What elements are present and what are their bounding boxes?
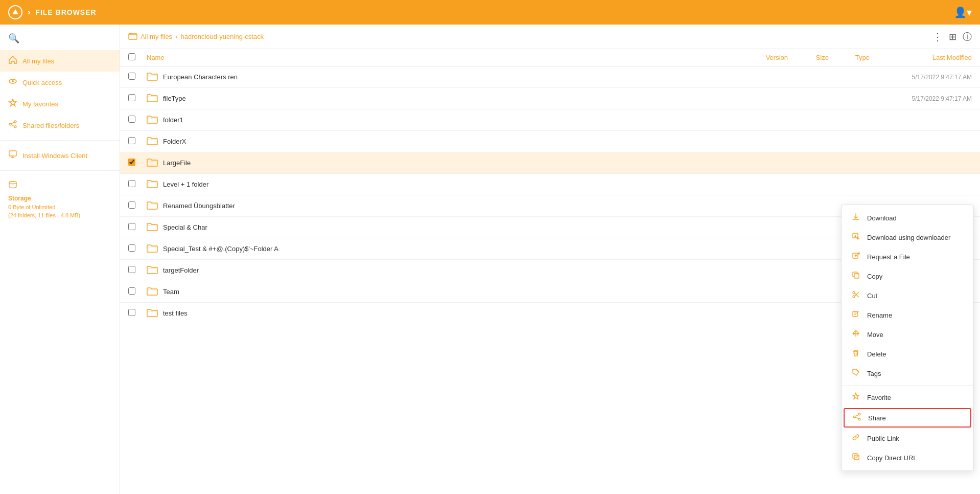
info-button[interactable]: ⓘ (963, 31, 972, 43)
table-row[interactable]: folder1 (120, 109, 980, 131)
grid-view-button[interactable]: ⊞ (949, 31, 956, 42)
ctx-label-copy-direct-url: Copy Direct URL (867, 454, 917, 462)
table-row[interactable]: European Characters ren 5/17/2022 9:47:1… (120, 66, 980, 88)
row-checkbox[interactable] (128, 73, 135, 80)
sidebar-item-shared-files[interactable]: Shared files/folders (0, 115, 120, 136)
svg-line-28 (855, 417, 858, 419)
topbar-right: 👤▾ (954, 6, 972, 18)
file-list: European Characters ren 5/17/2022 9:47:1… (120, 66, 980, 494)
app-logo (8, 5, 22, 19)
folder-icon (147, 72, 158, 82)
file-name[interactable]: European Characters ren (163, 73, 727, 81)
request-icon (851, 252, 861, 262)
context-menu-request-file[interactable]: Request a File (842, 247, 973, 266)
file-name[interactable]: targetFolder (163, 266, 727, 274)
select-all-checkbox[interactable] (128, 53, 135, 60)
sidebar-item-quick-access[interactable]: Quick access (0, 72, 120, 93)
row-checkbox[interactable] (128, 223, 135, 230)
file-name[interactable]: fileType (163, 95, 727, 102)
row-checkbox-cell (128, 180, 147, 189)
sidebar-item-install-windows[interactable]: Install Windows Client (0, 145, 120, 166)
sidebar-divider (0, 140, 120, 141)
ctx-label-cut: Cut (867, 292, 877, 300)
file-name[interactable]: Team (163, 288, 727, 296)
header-name[interactable]: Name (147, 54, 727, 61)
svg-rect-15 (854, 274, 859, 278)
sidebar-my-favorites-label: My favorites (22, 100, 58, 108)
context-menu-rename[interactable]: Rename (842, 305, 973, 325)
ctx-label-download-downloader: Download using downloader (867, 234, 950, 241)
sidebar-item-my-favorites[interactable]: My favorites (0, 93, 120, 115)
header-type[interactable]: Type (829, 54, 870, 61)
svg-rect-20 (853, 311, 857, 317)
search-icon[interactable]: 🔍 (8, 33, 19, 44)
svg-point-25 (858, 418, 860, 420)
sidebar-item-all-my-files[interactable]: All my files (0, 50, 120, 72)
context-menu-delete[interactable]: Delete (842, 344, 973, 364)
monitor-icon (8, 150, 17, 161)
file-name[interactable]: Renamed Übungsblatter (163, 202, 727, 210)
context-menu-copy-direct-url[interactable]: Copy Direct URL (842, 448, 973, 467)
ctx-label-share: Share (868, 414, 886, 422)
svg-line-27 (855, 415, 858, 416)
header-size[interactable]: Size (788, 54, 829, 61)
file-name[interactable]: Level + 1 folder (163, 181, 727, 188)
row-checkbox[interactable] (128, 309, 135, 316)
context-menu-favorite[interactable]: Favorite (842, 388, 973, 407)
table-row[interactable]: LargeFile (120, 152, 980, 174)
row-checkbox[interactable] (128, 116, 135, 123)
ctx-label-delete: Delete (867, 350, 886, 358)
svg-point-16 (853, 296, 855, 298)
row-checkbox[interactable] (128, 159, 135, 166)
svg-point-24 (858, 413, 860, 415)
table-row[interactable]: Level + 1 folder (120, 174, 980, 195)
topbar-title: FILE BROWSER (35, 8, 96, 16)
row-checkbox[interactable] (128, 94, 135, 101)
row-checkbox[interactable] (128, 287, 135, 295)
download-arrow-icon (851, 232, 861, 242)
table-row[interactable]: FolderX (120, 131, 980, 152)
file-name[interactable]: LargeFile (163, 159, 727, 167)
context-menu-public-link[interactable]: Public Link (842, 429, 973, 448)
file-name[interactable]: test files (163, 309, 727, 317)
context-menu-download-downloader[interactable]: Download using downloader (842, 228, 973, 247)
breadcrumb-toolbar: ⋮ ⊞ ⓘ (932, 31, 972, 43)
topbar-left: › FILE BROWSER (8, 5, 97, 19)
breadcrumb: All my files › hadroncloud-yuening-cstac… (128, 32, 264, 41)
file-name[interactable]: folder1 (163, 116, 727, 124)
file-name[interactable]: FolderX (163, 138, 727, 145)
header-version[interactable]: Version (727, 54, 788, 61)
folder-icon (147, 308, 158, 319)
file-name[interactable]: Special_Test & #+@.(Copy)$'~Folder A (163, 245, 727, 253)
row-checkbox-cell (128, 244, 147, 253)
share-nav-icon (8, 120, 17, 131)
context-menu-copy[interactable]: Copy (842, 266, 973, 286)
sidebar: 🔍 All my files Quick access My favorites (0, 25, 120, 494)
eye-icon (8, 77, 17, 88)
row-checkbox[interactable] (128, 137, 135, 144)
user-icon[interactable]: 👤▾ (954, 6, 972, 18)
row-checkbox-cell (128, 201, 147, 210)
row-checkbox[interactable] (128, 180, 135, 187)
folder-icon (147, 158, 158, 168)
file-modified: 5/17/2022 9:47:17 AM (870, 74, 972, 81)
row-checkbox[interactable] (128, 244, 135, 252)
share-icon (852, 413, 862, 423)
row-checkbox[interactable] (128, 201, 135, 209)
ctx-label-tags: Tags (867, 370, 881, 377)
context-menu-share[interactable]: Share (844, 408, 971, 428)
more-options-button[interactable]: ⋮ (932, 31, 943, 43)
context-menu-move[interactable]: Move (842, 325, 973, 344)
row-checkbox-cell (128, 309, 147, 318)
breadcrumb-icon (128, 32, 137, 41)
header-last-modified[interactable]: Last Modified (870, 54, 972, 61)
table-row[interactable]: fileType 5/17/2022 9:47:17 AM (120, 88, 980, 109)
svg-point-11 (9, 182, 16, 184)
breadcrumb-all-my-files[interactable]: All my files (141, 33, 172, 40)
file-name[interactable]: Special & Char (163, 223, 727, 231)
context-menu-tags[interactable]: Tags (842, 364, 973, 383)
svg-point-2 (12, 80, 14, 82)
context-menu-cut[interactable]: Cut (842, 286, 973, 305)
row-checkbox[interactable] (128, 266, 135, 273)
context-menu-download[interactable]: Download (842, 208, 973, 228)
